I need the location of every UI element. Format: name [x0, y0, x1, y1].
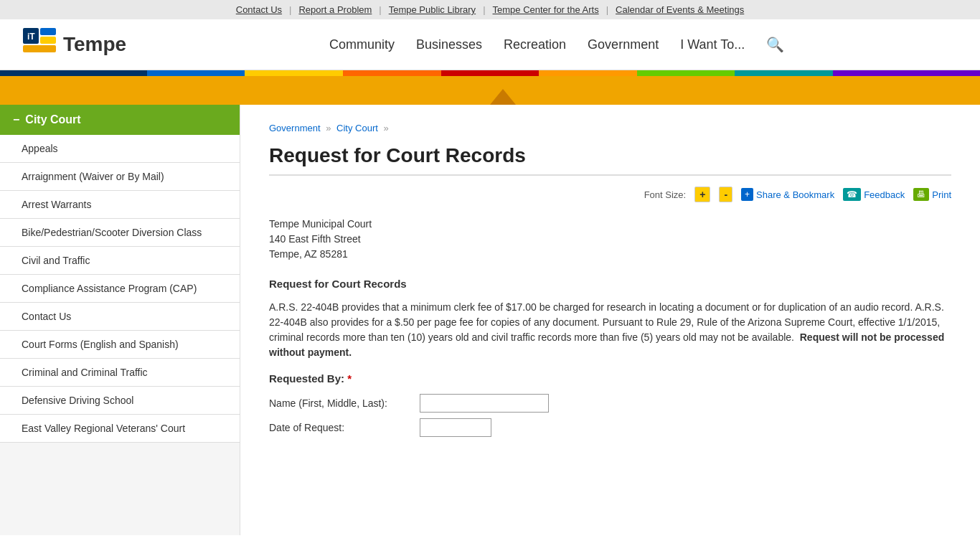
sidebar-item-civil[interactable]: Civil and Traffic	[0, 247, 240, 274]
content-toolbar: Font Size: + - + Share & Bookmark ☎ Feed…	[269, 187, 951, 202]
sidebar-item-arraignment[interactable]: Arraignment (Waiver or By Mail)	[0, 163, 240, 190]
feedback-icon: ☎	[843, 188, 861, 201]
logo[interactable]: iT Tempe	[22, 27, 126, 62]
main-nav: Community Businesses Recreation Governme…	[155, 36, 958, 53]
color-stripe	[0, 70, 980, 76]
body-text: A.R.S. 22-404B provides that a minimum c…	[269, 300, 951, 360]
sidebar-menu: Appeals Arraignment (Waiver or By Mail) …	[0, 135, 240, 443]
svg-rect-2	[40, 37, 56, 44]
sidebar-item-driving-school[interactable]: Defensive Driving School	[0, 387, 240, 414]
feedback-button[interactable]: ☎ Feedback	[843, 188, 905, 201]
date-input[interactable]	[420, 418, 491, 437]
address-line2: 140 East Fifth Street	[269, 232, 951, 247]
logo-icon: iT	[22, 27, 57, 62]
feedback-label: Feedback	[864, 189, 905, 200]
required-indicator: *	[347, 372, 352, 385]
name-input[interactable]	[420, 394, 549, 413]
sidebar-header[interactable]: − City Court	[0, 105, 240, 135]
house-indicator	[490, 89, 516, 105]
form-section-label: Requested By: *	[269, 371, 951, 387]
breadcrumb-government[interactable]: Government	[269, 123, 321, 133]
address-line1: Tempe Municipal Court	[269, 217, 951, 232]
list-item: Contact Us	[0, 303, 240, 331]
section-heading: Request for Court Records	[269, 276, 951, 293]
sidebar-item-forms[interactable]: Court Forms (English and Spanish)	[0, 331, 240, 358]
sidebar-item-criminal[interactable]: Criminal and Criminal Traffic	[0, 359, 240, 386]
font-increase-button[interactable]: +	[694, 187, 710, 202]
form-row-date: Date of Request:	[269, 418, 951, 437]
print-label: Print	[932, 189, 951, 200]
share-icon: +	[741, 188, 753, 201]
sidebar-title: City Court	[25, 113, 80, 126]
sidebar-item-appeals[interactable]: Appeals	[0, 135, 240, 162]
name-field-label: Name (First, Middle, Last):	[269, 396, 413, 411]
main-content: Government » City Court » Request for Co…	[240, 105, 980, 535]
list-item: Civil and Traffic	[0, 247, 240, 275]
nav-community[interactable]: Community	[329, 37, 395, 52]
sidebar-item-contact[interactable]: Contact Us	[0, 303, 240, 330]
list-item: East Valley Regional Veterans' Court	[0, 415, 240, 443]
list-item: Appeals	[0, 135, 240, 163]
list-item: Compliance Assistance Program (CAP)	[0, 275, 240, 303]
font-size-label: Font Size:	[644, 189, 687, 200]
list-item: Arraignment (Waiver or By Mail)	[0, 163, 240, 191]
svg-rect-3	[23, 45, 56, 52]
util-report-link[interactable]: Report a Problem	[298, 4, 372, 15]
page-title: Request for Court Records	[269, 144, 951, 176]
logo-text: Tempe	[63, 33, 126, 56]
list-item: Defensive Driving School	[0, 387, 240, 415]
breadcrumb-citycourt[interactable]: City Court	[336, 123, 378, 133]
util-library-link[interactable]: Tempe Public Library	[389, 4, 476, 15]
date-field-label: Date of Request:	[269, 420, 413, 435]
list-item: Court Forms (English and Spanish)	[0, 331, 240, 359]
search-button[interactable]: 🔍	[766, 36, 784, 53]
print-icon: 🖶	[913, 188, 929, 201]
content-body: Tempe Municipal Court 140 East Fifth Str…	[269, 217, 951, 437]
sidebar-item-veterans[interactable]: East Valley Regional Veterans' Court	[0, 415, 240, 442]
form-section: Requested By: * Name (First, Middle, Las…	[269, 371, 951, 438]
list-item: Bike/Pedestrian/Scooter Diversion Class	[0, 219, 240, 247]
list-item: Criminal and Criminal Traffic	[0, 359, 240, 387]
breadcrumb: Government » City Court »	[269, 123, 951, 133]
print-button[interactable]: 🖶 Print	[913, 188, 951, 201]
form-row-name: Name (First, Middle, Last):	[269, 394, 951, 413]
util-arts-link[interactable]: Tempe Center for the Arts	[493, 4, 599, 15]
sidebar-item-arrest-warrants[interactable]: Arrest Warrants	[0, 191, 240, 218]
orange-bar	[0, 76, 980, 105]
site-header: iT Tempe Community Businesses Recreation…	[0, 19, 980, 70]
share-label: Share & Bookmark	[756, 189, 834, 200]
share-bookmark-button[interactable]: + Share & Bookmark	[741, 188, 834, 201]
sidebar: − City Court Appeals Arraignment (Waiver…	[0, 105, 240, 535]
sidebar-toggle[interactable]: −	[13, 113, 19, 126]
svg-text:iT: iT	[27, 32, 35, 42]
list-item: Arrest Warrants	[0, 191, 240, 219]
address-block: Tempe Municipal Court 140 East Fifth Str…	[269, 217, 951, 262]
util-contact-link[interactable]: Contact Us	[236, 4, 282, 15]
svg-rect-1	[40, 28, 56, 35]
page-layout: − City Court Appeals Arraignment (Waiver…	[0, 105, 980, 535]
nav-recreation[interactable]: Recreation	[504, 37, 566, 52]
nav-government[interactable]: Government	[588, 37, 659, 52]
utility-bar: Contact Us | Report a Problem | Tempe Pu…	[0, 0, 980, 19]
sidebar-item-bike[interactable]: Bike/Pedestrian/Scooter Diversion Class	[0, 219, 240, 246]
sidebar-item-cap[interactable]: Compliance Assistance Program (CAP)	[0, 275, 240, 302]
address-line3: Tempe, AZ 85281	[269, 247, 951, 262]
util-calendar-link[interactable]: Calendar of Events & Meetings	[616, 4, 744, 15]
nav-iwantto[interactable]: I Want To...	[680, 37, 745, 52]
nav-businesses[interactable]: Businesses	[416, 37, 482, 52]
font-decrease-button[interactable]: -	[719, 187, 732, 202]
